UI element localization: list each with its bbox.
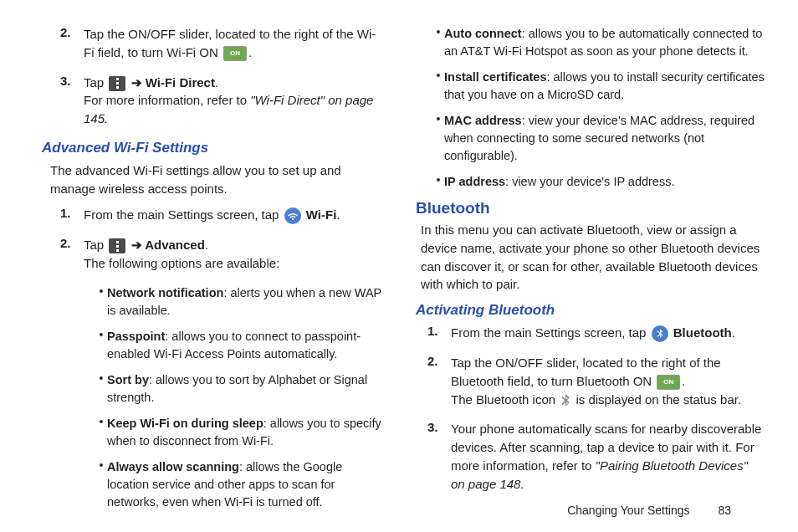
list-item: • Install certificates: allows you to in… [427, 69, 765, 104]
text: The Bluetooth icon [451, 392, 559, 407]
step-body: Tap the ON/OFF slider, located to the ri… [84, 25, 382, 62]
adv-step-2: 2. Tap ➔ Advanced. The following options… [33, 236, 382, 273]
arrow-icon: ➔ [131, 238, 146, 252]
bullet-dot: • [90, 284, 107, 320]
bluetooth-label: Bluetooth [673, 325, 732, 340]
text: From the main Settings screen, tap [451, 325, 650, 340]
bullet-dot: • [90, 371, 107, 407]
bullet-dot: • [90, 458, 107, 511]
step-body: Tap ➔ Wi-Fi Direct. For more information… [84, 74, 382, 128]
term: Always allow scanning [107, 460, 239, 473]
advanced-label: Advanced [145, 238, 205, 252]
bullet-text: Sort by: allows you to sort by Alphabet … [107, 371, 382, 407]
term: Keep Wi-Fi on during sleep [107, 417, 263, 430]
page: 2. Tap the ON/OFF slider, located to the… [0, 0, 798, 532]
page-number: 83 [718, 504, 731, 517]
step-body: Tap the ON/OFF slider, located to the ri… [451, 354, 765, 408]
list-item: • Always allow scanning: allows the Goog… [90, 458, 382, 511]
rest: : view your device's IP address. [505, 175, 674, 188]
on-slider-icon: ON [657, 375, 680, 390]
term: Passpoint [107, 330, 165, 343]
page-footer: Changing Your Settings 83 [567, 504, 731, 517]
bt-step-3: 3. Your phone automatically scans for ne… [416, 420, 765, 493]
heading-activating-bluetooth: Activating Bluetooth [416, 302, 765, 319]
list-item: • Keep Wi-Fi on during sleep: allows you… [90, 415, 382, 450]
text: . [682, 374, 685, 388]
paragraph: The advanced Wi-Fi settings allow you to… [50, 161, 382, 198]
text: Tap [84, 238, 107, 252]
step-3: 3. Tap ➔ Wi-Fi Direct. For more informat… [33, 74, 382, 128]
list-item: • MAC address: view your device's MAC ad… [427, 112, 765, 165]
wifi-label: Wi-Fi [306, 207, 337, 222]
step-body: From the main Settings screen, tap Wi-Fi… [84, 206, 382, 224]
term: IP address [444, 175, 505, 188]
text: For more information, refer to [84, 93, 250, 107]
paragraph: In this menu you can activate Bluetooth,… [421, 221, 765, 294]
step-number: 3. [33, 74, 84, 128]
bullet-text: MAC address: view your device's MAC addr… [444, 112, 765, 165]
bullet-dot: • [427, 25, 444, 60]
heading-bluetooth: Bluetooth [416, 199, 765, 217]
term: Sort by [107, 373, 149, 386]
bullet-dot: • [427, 112, 444, 165]
menu-icon [109, 76, 125, 91]
bullet-dot: • [90, 328, 107, 363]
bluetooth-status-icon [559, 394, 572, 407]
text: . [205, 238, 208, 252]
term: MAC address [444, 114, 522, 127]
menu-icon [109, 238, 125, 253]
step-number: 1. [33, 206, 84, 224]
list-item: • Passpoint: allows you to connect to pa… [90, 328, 382, 363]
wifi-icon [284, 207, 301, 224]
step-body: From the main Settings screen, tap Bluet… [451, 324, 765, 342]
footer-section: Changing Your Settings [567, 504, 689, 517]
term: Network notification [107, 286, 223, 299]
step-number: 1. [416, 324, 451, 342]
bullet-dot: • [90, 415, 107, 450]
term: Auto connect [444, 27, 522, 40]
step-number: 2. [416, 354, 451, 408]
list-item: • IP address: view your device's IP addr… [427, 173, 765, 191]
text: The following options are available: [84, 256, 279, 270]
step-number: 2. [33, 25, 84, 62]
step-number: 3. [416, 420, 451, 493]
text: . [732, 325, 735, 340]
text: . [248, 45, 252, 59]
bullet-text: Install certificates: allows you to inst… [444, 69, 765, 104]
text: Tap [84, 75, 107, 90]
term: Install certificates [444, 70, 547, 84]
list-item: • Network notification: alerts you when … [90, 284, 382, 320]
bullet-text: Always allow scanning: allows the Google… [107, 458, 382, 511]
bullet-text: Keep Wi-Fi on during sleep: allows you t… [107, 415, 382, 450]
bt-step-2: 2. Tap the ON/OFF slider, located to the… [416, 354, 765, 408]
step-body: Tap ➔ Advanced. The following options ar… [84, 236, 382, 273]
bullet-text: Auto connect: allows you to be automatic… [444, 25, 765, 60]
bullet-text: Passpoint: allows you to connect to pass… [107, 328, 382, 363]
bullet-text: Network notification: alerts you when a … [107, 284, 382, 320]
bluetooth-icon [652, 325, 668, 342]
text: . [215, 75, 218, 90]
text: . [336, 207, 340, 222]
right-column: • Auto connect: allows you to be automat… [399, 25, 765, 524]
list-item: • Sort by: allows you to sort by Alphabe… [90, 371, 382, 407]
wifi-direct-label: Wi-Fi Direct [146, 75, 215, 90]
left-column: 2. Tap the ON/OFF slider, located to the… [33, 25, 399, 524]
heading-advanced-wifi: Advanced Wi-Fi Settings [42, 140, 382, 156]
step-number: 2. [33, 236, 84, 273]
bullet-dot: • [427, 173, 444, 191]
step-body: Your phone automatically scans for nearb… [451, 420, 765, 493]
bt-step-1: 1. From the main Settings screen, tap Bl… [416, 324, 765, 342]
text: From the main Settings screen, tap [84, 207, 283, 222]
bullet-dot: • [427, 69, 444, 104]
step-2: 2. Tap the ON/OFF slider, located to the… [33, 25, 382, 62]
adv-step-1: 1. From the main Settings screen, tap Wi… [33, 206, 382, 224]
bullet-text: IP address: view your device's IP addres… [444, 173, 765, 191]
list-item: • Auto connect: allows you to be automat… [427, 25, 765, 60]
text: Tap the ON/OFF slider, located to the ri… [451, 356, 721, 388]
arrow-icon: ➔ [131, 75, 146, 90]
on-slider-icon: ON [223, 46, 247, 61]
text: is displayed on the status bar. [575, 392, 741, 407]
